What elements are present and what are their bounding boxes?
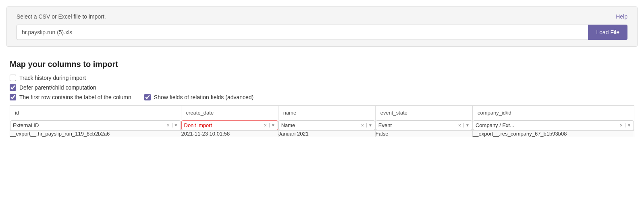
- select-cell-1: Don't import×▼: [181, 120, 278, 131]
- file-path-input[interactable]: [17, 25, 588, 40]
- column-select-clear-4[interactable]: ×: [619, 123, 623, 128]
- column-select-text-4: Company / Ext...: [476, 122, 617, 128]
- column-select-clear-0[interactable]: ×: [166, 123, 170, 128]
- file-select-description: Select a CSV or Excel file to import.: [17, 13, 627, 20]
- columns-table: idcreate_datenameevent_statecompany_id/i…: [10, 105, 634, 137]
- table-body: External ID×▼Don't import×▼Name×▼Event×▼…: [10, 120, 634, 137]
- show-relation-fields-option[interactable]: Show fields of relation fields (advanced…: [144, 94, 253, 100]
- column-header-4: company_id/id: [472, 106, 634, 120]
- column-select-text-1: Don't import: [184, 122, 262, 128]
- column-select-clear-3[interactable]: ×: [457, 123, 462, 128]
- column-select-arrow-4[interactable]: ▼: [625, 123, 631, 127]
- column-header-3: event_state: [375, 106, 472, 120]
- first-row-checkbox[interactable]: [10, 94, 16, 100]
- column-select-3[interactable]: Event×▼: [376, 120, 472, 130]
- first-row-label: The first row contains the label of the …: [19, 94, 131, 100]
- select-cell-3: Event×▼: [375, 120, 472, 131]
- file-select-section: Select a CSV or Excel file to import. He…: [6, 6, 638, 47]
- table-header: idcreate_datenameevent_statecompany_id/i…: [10, 106, 634, 120]
- help-link[interactable]: Help: [616, 13, 627, 20]
- header-row: idcreate_datenameevent_statecompany_id/i…: [10, 106, 634, 120]
- data-cell-3: False: [375, 131, 472, 137]
- data-cell-4: __export__.res_company_67_b1b93b08: [472, 131, 634, 137]
- data-cell-0: __export__.hr_payslip_run_119_8cb2b2a6: [10, 131, 181, 137]
- column-select-0[interactable]: External ID×▼: [10, 120, 181, 130]
- track-history-option[interactable]: Track history during import: [10, 75, 634, 81]
- column-select-arrow-3[interactable]: ▼: [463, 123, 469, 127]
- track-history-label: Track history during import: [19, 75, 86, 81]
- column-select-text-2: Name: [281, 122, 359, 128]
- show-relation-fields-checkbox[interactable]: [144, 94, 151, 100]
- data-cell-2: Januari 2021: [278, 131, 375, 137]
- checkbox-row: The first row contains the label of the …: [10, 94, 634, 100]
- first-row-option[interactable]: The first row contains the label of the …: [10, 94, 131, 100]
- track-history-checkbox[interactable]: [10, 75, 16, 81]
- show-relation-fields-label: Show fields of relation fields (advanced…: [154, 94, 253, 100]
- section-title: Map your columns to import: [10, 60, 634, 69]
- column-select-clear-2[interactable]: ×: [360, 123, 365, 128]
- column-select-arrow-2[interactable]: ▼: [366, 123, 372, 127]
- defer-computation-option[interactable]: Defer parent/child computation: [10, 84, 634, 91]
- data-cell-1: 2021-11-23 10:01:58: [181, 131, 278, 137]
- column-select-arrow-0[interactable]: ▼: [172, 123, 178, 127]
- column-header-0: id: [10, 106, 181, 120]
- map-section: Map your columns to import Track history…: [0, 53, 644, 144]
- column-header-1: create_date: [181, 106, 278, 120]
- column-select-arrow-1[interactable]: ▼: [269, 123, 275, 127]
- load-file-button[interactable]: Load File: [588, 25, 627, 40]
- column-select-1[interactable]: Don't import×▼: [181, 120, 278, 130]
- column-select-4[interactable]: Company / Ext...×▼: [473, 120, 634, 130]
- data-row: __export__.hr_payslip_run_119_8cb2b2a620…: [10, 131, 634, 137]
- defer-computation-checkbox[interactable]: [10, 84, 16, 91]
- select-row: External ID×▼Don't import×▼Name×▼Event×▼…: [10, 120, 634, 131]
- column-select-clear-1[interactable]: ×: [263, 123, 268, 128]
- select-cell-0: External ID×▼: [10, 120, 181, 131]
- select-cell-4: Company / Ext...×▼: [472, 120, 634, 131]
- select-cell-2: Name×▼: [278, 120, 375, 131]
- column-select-2[interactable]: Name×▼: [278, 120, 375, 130]
- column-select-text-3: Event: [378, 122, 456, 128]
- options-row: Track history during import Defer parent…: [10, 75, 634, 100]
- defer-computation-label: Defer parent/child computation: [19, 84, 96, 91]
- file-input-row: Load File: [17, 25, 627, 40]
- column-select-text-0: External ID: [13, 122, 164, 128]
- column-header-2: name: [278, 106, 375, 120]
